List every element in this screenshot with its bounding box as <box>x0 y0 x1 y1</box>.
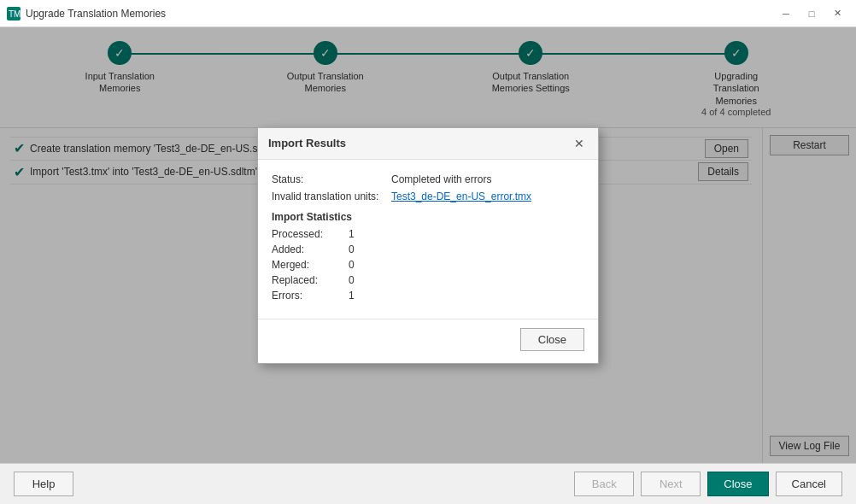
modal-stat-errors: Errors: 1 <box>272 290 584 302</box>
maximize-button[interactable]: □ <box>800 5 824 22</box>
modal-stat-errors-label: Errors: <box>272 290 349 302</box>
next-button[interactable]: Next <box>641 472 701 496</box>
title-bar: TM Upgrade Translation Memories ─ □ ✕ <box>0 0 856 27</box>
modal-overlay: Import Results ✕ Status: Completed with … <box>0 27 856 463</box>
modal-header: Import Results ✕ <box>258 128 598 160</box>
bottom-right: Back Next Close Cancel <box>574 472 842 496</box>
cancel-button[interactable]: Cancel <box>776 472 842 496</box>
modal-stat-errors-value: 1 <box>349 290 355 302</box>
modal-status-row: Status: Completed with errors <box>272 173 584 185</box>
modal-body: Status: Completed with errors Invalid tr… <box>258 160 598 319</box>
minimize-button[interactable]: ─ <box>774 5 798 22</box>
modal-stat-added: Added: 0 <box>272 243 584 255</box>
app-icon: TM <box>7 7 21 21</box>
modal-status-label: Status: <box>272 173 391 185</box>
window-title: Upgrade Translation Memories <box>26 8 166 20</box>
modal-invalid-row: Invalid translation units: Test3_de-DE_e… <box>272 190 584 202</box>
modal-close-x-button[interactable]: ✕ <box>571 135 588 152</box>
title-bar-left: TM Upgrade Translation Memories <box>7 7 166 21</box>
window-close-button[interactable]: ✕ <box>825 5 849 22</box>
modal-stat-replaced-value: 0 <box>349 274 355 286</box>
import-results-modal: Import Results ✕ Status: Completed with … <box>257 127 599 364</box>
modal-invalid-label: Invalid translation units: <box>272 190 391 202</box>
modal-stat-merged-value: 0 <box>349 259 355 271</box>
modal-stat-added-value: 0 <box>349 243 355 255</box>
back-button[interactable]: Back <box>574 472 634 496</box>
modal-close-button[interactable]: Close <box>520 328 584 351</box>
modal-stat-replaced-label: Replaced: <box>272 274 349 286</box>
close-button[interactable]: Close <box>707 472 768 496</box>
help-button[interactable]: Help <box>14 472 73 496</box>
bottom-bar: Help Back Next Close Cancel <box>0 463 856 504</box>
bottom-left: Help <box>14 472 73 496</box>
window-controls: ─ □ ✕ <box>774 5 849 22</box>
modal-title: Import Results <box>268 137 346 149</box>
modal-stat-merged-label: Merged: <box>272 259 349 271</box>
modal-footer: Close <box>258 319 598 363</box>
modal-stat-processed-label: Processed: <box>272 228 349 240</box>
modal-stat-merged: Merged: 0 <box>272 259 584 271</box>
modal-stat-replaced: Replaced: 0 <box>272 274 584 286</box>
modal-section-title: Import Statistics <box>272 211 584 223</box>
modal-stat-processed: Processed: 1 <box>272 228 584 240</box>
modal-stat-added-label: Added: <box>272 243 349 255</box>
modal-stat-processed-value: 1 <box>349 228 355 240</box>
modal-invalid-link[interactable]: Test3_de-DE_en-US_error.tmx <box>391 190 531 202</box>
svg-text:TM: TM <box>9 9 21 19</box>
modal-status-value: Completed with errors <box>391 173 491 185</box>
